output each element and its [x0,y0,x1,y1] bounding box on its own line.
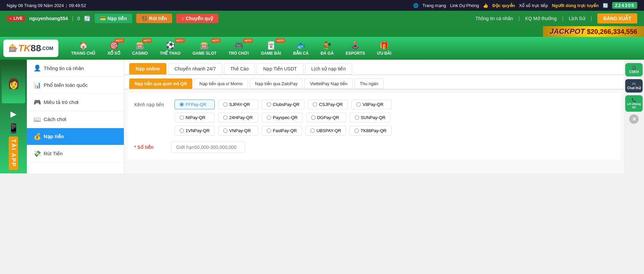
so-tien-row: * Số tiền [134,142,614,153]
radio-fastpay[interactable] [267,128,271,133]
option-payspec[interactable]: Payspec-QR [262,113,303,122]
balance-refresh-button[interactable]: 🔄 [84,15,91,22]
option-csjpay[interactable]: CSJPay-QR [308,100,348,109]
top-bar: Ngày 08 Tháng 09 Năm 2024 | 09:49:52 🌐 T… [0,0,644,11]
nav-uu-dai[interactable]: 🎁 ƯU ĐÃI [371,38,397,59]
kenh-label: Kênh nạp tiền [134,102,175,107]
option-24hpay[interactable]: 24HPay-QR [218,113,258,122]
sidebar-thongtin-label: Thông tin cá nhân [44,65,84,71]
mobile-icon: 📱 [8,123,19,134]
tab-chuyen-nhanh[interactable]: Chuyển nhanh 24/7 [168,63,222,74]
nav-esports[interactable]: 🕹️ ESPORTS [340,38,371,59]
nav-the-thao[interactable]: HOT! ⚽ THỂ THAO [154,38,186,59]
play-button[interactable]: ▶ [10,109,16,119]
nav-xo-so[interactable]: HOT! 🎯 XỔ SỐ [101,38,126,59]
nav-da-ga[interactable]: 🐓 ĐÁ GÀ [314,38,340,59]
lhchung-label: LH chúng tôi [627,102,641,109]
sidebar-item-mieuta[interactable]: 🎮 Miêu tả trò chơi [27,94,124,111]
radio-payspec[interactable] [267,115,271,120]
thethao-icon: ⚽ [166,41,175,50]
option-ubspay[interactable]: UBSPAY-QR [305,126,346,135]
naptien-button[interactable]: 💳 Nạp tiền [95,14,132,23]
xoso-label[interactable]: Xổ số trực tiếp [519,3,548,8]
like-icon: 👍 [483,3,488,8]
radio-24hpay[interactable] [223,115,228,120]
nav-tro-choi[interactable]: HOT! 🎮 TRÒ CHƠI [222,38,255,59]
option-ffpay[interactable]: FFPay-QR [175,100,215,109]
option-v8pay[interactable]: V8Pay-QR [351,100,392,109]
radio-tk88pay[interactable] [354,128,359,133]
sidebar-item-naptien[interactable]: 💰 Nạp tiền [27,128,124,145]
sub-tabs: Nạp tiền qua quét mã QR Nạp tiền qua ví … [124,75,624,90]
trang-mang-label[interactable]: Trang mạng [423,3,446,8]
option-sjpay[interactable]: SJPAY-QR [218,100,258,109]
radio-1vnpay[interactable] [180,128,184,133]
logo-icon: 🎰 [8,44,17,53]
radio-clubspay[interactable] [267,102,271,107]
subtab-zalopay[interactable]: Nạp tiền qua ZaloPay [250,78,303,89]
ruttien-button[interactable]: 💱 Rút tiền [136,14,172,23]
tab-the-cao[interactable]: Thẻ Cào [224,63,255,74]
radio-csjpay[interactable] [313,102,317,107]
subtab-momo[interactable]: Nạp tiền qua ví Momo [194,78,248,89]
sidebar-item-phobien[interactable]: 📊 Phổ biến toàn quốc [27,77,124,94]
option-sunpay[interactable]: SUNPay-QR [350,113,391,122]
hot-badge-gamebai: HOT! [276,39,285,43]
close-widget-button[interactable]: ✕ [629,114,639,124]
chart-icon: 📊 [34,81,41,89]
left-promo: 👩 ▶ 📱 TÀI APP [0,60,27,173]
money-icon: 💸 [34,150,41,157]
so-tien-input[interactable] [171,142,245,153]
nav-game-bai[interactable]: HOT! 🃏 GAME BÀI [255,38,287,59]
nav-uudai-label: ƯU ĐÃI [377,51,391,56]
option-nipay[interactable]: NIPay-QR [175,113,215,122]
nav-game-slot[interactable]: HOT! 🎰 GAME SLOT [187,38,222,59]
radio-sjpay[interactable] [223,102,228,107]
option-fastpay[interactable]: FastPay-QR [262,126,302,135]
subtab-thungan[interactable]: Thu ngân [354,78,384,89]
nav-trang-chu[interactable]: 🏠 TRANG CHỦ [65,38,101,59]
sidebar-item-thongtin[interactable]: 👤 Thông tin cá nhân [27,60,124,77]
tk88pay-label: TK88Pay-QR [360,128,386,133]
tab-lich-su[interactable]: Lịch sử nạp tiền [305,63,352,74]
live-dot: ● [9,16,12,21]
option-dgpay[interactable]: DGPay-QR [306,113,346,122]
lh-chung-widget[interactable]: 📞 LH chúng tôi [625,95,643,112]
radio-ubspay[interactable] [310,128,315,133]
chuyenquy-button[interactable]: ↕️ Chuyển quỹ [176,14,218,23]
nav-ban-ca[interactable]: 🐟 BẮN CÁ [287,38,314,59]
refresh-icon[interactable]: 🔄 [603,3,608,8]
radio-nipay[interactable] [180,115,184,120]
link-du-phong[interactable]: Link Dự Phòng [450,3,479,8]
sidebar-item-cachchoi[interactable]: 📖 Cách chơi [27,111,124,128]
thongtin-link[interactable]: Thông tin cá nhân [476,16,513,21]
nav-bar: 🎰 TK 88 .COM 🏠 TRANG CHỦ HOT! 🎯 XỔ SỐ HO… [0,37,644,60]
option-tk88pay[interactable]: TK88Pay-QR [349,126,391,135]
nav-casino[interactable]: HOT! 🎰 CASINO [126,38,154,59]
tai-app-label[interactable]: TÀI APP [9,136,18,170]
close-icon: ✕ [632,116,636,122]
radio-ffpay[interactable] [180,102,184,107]
radio-dgpay[interactable] [311,115,315,120]
option-1vnpay[interactable]: 1VNPay-QR [175,126,215,135]
option-vnpay[interactable]: VNPay-QR [218,126,258,135]
tab-nap-usdt[interactable]: Nạp Tiền USDT [257,63,303,74]
lichsu-link[interactable]: Lịch Sử [569,16,585,21]
option-clubspay[interactable]: ClubsPay-QR [262,100,304,109]
tab-nap-online[interactable]: Nạp online [129,63,166,74]
subtab-viettel[interactable]: ViettelPay Nạp tiền [304,78,353,89]
globe-icon: 🌐 [413,3,418,8]
sidebar-item-ruttien[interactable]: 💸 Rút Tiền [27,145,124,162]
logo[interactable]: 🎰 TK 88 .COM [3,40,58,57]
choi-thu-widget[interactable]: 🎮 Chơi thử [625,79,643,93]
cskh-widget[interactable]: 🎧 CSKH [625,63,643,76]
subtab-qr[interactable]: Nạp tiền qua quét mã QR [129,78,192,89]
daga-icon: 🐓 [323,41,332,50]
kqmo-link[interactable]: KQ Mở thưởng [525,16,557,21]
radio-sunpay[interactable] [355,115,359,120]
kenh-row: Kênh nạp tiền FFPay-QR SJPAY-QR ClubsPay… [134,100,614,109]
radio-vnpay[interactable] [223,128,228,133]
radio-v8pay[interactable] [356,102,361,107]
dangxuat-button[interactable]: ĐĂNG XUẤT [597,13,637,23]
user-bar-links: Thông tin cá nhân | KQ Mở thưởng | Lịch … [476,13,637,23]
